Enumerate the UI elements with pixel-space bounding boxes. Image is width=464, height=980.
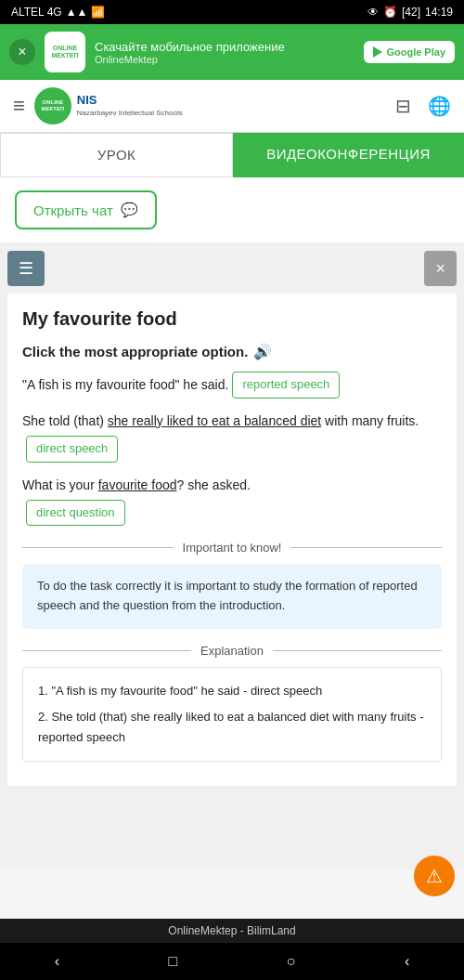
- answer-badge-1[interactable]: reported speech: [232, 372, 340, 399]
- carrier-label: ALTEL 4G: [11, 6, 62, 19]
- tab-urok[interactable]: УРОК: [0, 133, 233, 177]
- open-chat-button[interactable]: Открыть чат 💬: [15, 190, 157, 229]
- answer-badge-3[interactable]: direct question: [26, 500, 125, 527]
- nav-home-button[interactable]: ○: [276, 949, 307, 973]
- question-3-row: What is your favourite food? she asked.: [22, 474, 442, 496]
- instruction-text: Click the most appropriate option.: [22, 344, 248, 359]
- important-divider: Important to know!: [22, 541, 442, 555]
- answer-badge-2[interactable]: direct speech: [26, 436, 118, 463]
- explanation-box: 1. "A fish is my favourite food" he said…: [22, 667, 442, 762]
- chat-icon: 💬: [121, 202, 138, 218]
- menu-icon[interactable]: ⊟: [395, 95, 411, 117]
- question-1-row: "A fish is my favourite food" he said. r…: [22, 372, 442, 399]
- nav-logos: ONLINE МЕКТЕП NIS Nazarbayev Intellectua…: [34, 87, 386, 124]
- explanation-divider: Explanation: [22, 644, 442, 658]
- tabs-row: УРОК ВИДЕОКОНФЕРЕНЦИЯ: [0, 133, 464, 177]
- card-close-button[interactable]: ×: [424, 251, 457, 286]
- google-play-button[interactable]: Google Play: [364, 41, 455, 63]
- status-bar: ALTEL 4G ▲▲ 📶 👁 ⏰ [42] 14:19: [0, 0, 464, 24]
- tab-videoconference[interactable]: ВИДЕОКОНФЕРЕНЦИЯ: [233, 133, 464, 177]
- divider-line-right: [290, 547, 442, 548]
- nav-recents-button[interactable]: □: [158, 949, 189, 973]
- google-play-label: Google Play: [386, 46, 445, 58]
- download-banner: × ONLINE МЕКТЕП Скачайте мобильное прило…: [0, 24, 464, 80]
- card-header-row: ☰ ×: [0, 243, 464, 294]
- question-1: "A fish is my favourite food" he said. r…: [22, 372, 442, 399]
- signal-icon: ▲▲: [66, 6, 88, 19]
- banner-logo: ONLINE МЕКТЕП: [45, 32, 85, 72]
- nav-prev-button[interactable]: ‹: [393, 949, 420, 973]
- divider-line-left: [22, 547, 174, 548]
- chat-label: Открыть чат: [33, 203, 113, 218]
- online-mektep-logo: ONLINE МЕКТЕП: [34, 87, 71, 124]
- question-1-text: "A fish is my favourite food" he said.: [22, 374, 228, 395]
- card-menu-button[interactable]: ☰: [7, 251, 45, 286]
- question-2: She told (that) she really liked to eat …: [22, 410, 442, 463]
- question-3: What is your favourite food? she asked. …: [22, 474, 442, 527]
- banner-text: Скачайте мобильное приложение OnlineMekt…: [95, 40, 354, 65]
- play-icon: [373, 46, 382, 58]
- chat-section: Открыть чат 💬: [0, 177, 464, 243]
- exp-divider-right: [273, 650, 442, 651]
- alert-fab[interactable]: ⚠: [414, 856, 455, 896]
- explanation-1: 1. "A fish is my favourite food" he said…: [38, 681, 426, 701]
- content-wrapper: ☰ × My favourite food Click the most app…: [0, 243, 464, 869]
- banner-main-text: Скачайте мобильное приложение: [95, 40, 354, 54]
- lesson-card: My favourite food Click the most appropr…: [7, 294, 457, 786]
- info-box: To do the task correctly it is important…: [22, 564, 442, 629]
- globe-icon[interactable]: 🌐: [428, 95, 451, 117]
- info-text: To do the task correctly it is important…: [37, 579, 418, 612]
- wifi-icon: 📶: [91, 6, 105, 19]
- explanation-2: 2. She told (that) she really liked to e…: [38, 707, 426, 748]
- alert-icon: ⚠: [426, 865, 443, 887]
- hamburger-icon[interactable]: ≡: [13, 94, 25, 118]
- time-label: 14:19: [425, 6, 453, 19]
- lesson-instruction: Click the most appropriate option. 🔊: [22, 343, 442, 360]
- eye-icon: 👁: [367, 6, 379, 19]
- nav-right-icons: ⊟ 🌐: [395, 95, 451, 117]
- card-close-icon: ×: [435, 259, 445, 278]
- question-2-text: She told (that) she really liked to eat …: [22, 413, 419, 428]
- speaker-icon[interactable]: 🔊: [253, 343, 272, 360]
- battery-label: [42]: [402, 6, 420, 19]
- nav-bar: ≡ ONLINE МЕКТЕП NIS Nazarbayev Intellect…: [0, 80, 464, 133]
- android-nav: ‹ □ ○ ‹: [0, 943, 464, 980]
- status-left: ALTEL 4G ▲▲ 📶: [11, 6, 105, 19]
- lesson-title: My favourite food: [22, 308, 442, 330]
- nis-badge: NIS Nazarbayev Intellectual Schools: [77, 93, 183, 118]
- question-2-row: She told (that) she really liked to eat …: [22, 410, 442, 432]
- status-right: 👁 ⏰ [42] 14:19: [367, 6, 453, 19]
- card-menu-icon: ☰: [19, 259, 33, 278]
- exp-divider-left: [22, 650, 191, 651]
- bottom-status-bar: OnlineMektep - BilimLand: [0, 919, 464, 943]
- banner-sub-text: OnlineMektep: [95, 54, 354, 65]
- important-label: Important to know!: [183, 541, 282, 555]
- explanation-label: Explanation: [200, 644, 264, 658]
- bottom-bar-label: OnlineMektep - BilimLand: [168, 924, 295, 937]
- banner-close-button[interactable]: ×: [9, 39, 35, 65]
- alarm-icon: ⏰: [383, 6, 397, 19]
- question-3-text: What is your favourite food? she asked.: [22, 477, 251, 492]
- nav-back-button[interactable]: ‹: [44, 949, 71, 973]
